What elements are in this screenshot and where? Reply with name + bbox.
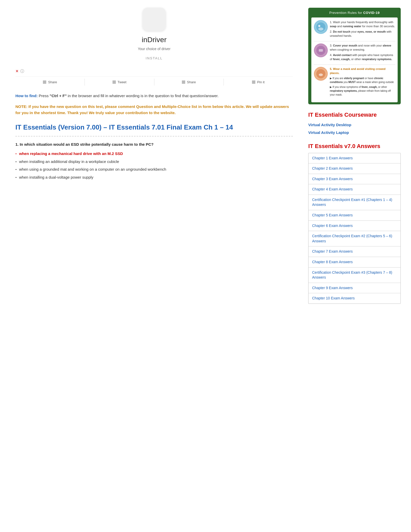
checkpoint-2-link[interactable]: Certification Checkpoint Exam #2 (Chapte… (309, 231, 400, 246)
chapter-4-link[interactable]: Chapter 4 Exam Answers (309, 184, 400, 195)
covid-rule-3: 3. Cover your mouth and nose with your s… (330, 43, 395, 52)
app-card: inDriver Your choice of driver INSTALL (15, 8, 293, 63)
question-1: 1. In which situation would an ESD strik… (15, 142, 293, 148)
svg-point-1 (318, 27, 323, 31)
note-box: NOTE: If you have the new question on th… (15, 104, 293, 116)
covid-title-highlight: COVID-19 (363, 11, 380, 15)
share-label-1: Share (48, 80, 57, 85)
covid-rule-5: 5. Wear a mask and avoid visiting crowed… (330, 67, 395, 75)
covid-rule-1: 1. Wash your hands frequently and thorou… (330, 20, 395, 29)
share-icon-1 (43, 80, 46, 84)
left-column: inDriver Your choice of driver INSTALL ✕… (0, 5, 303, 309)
how-to-find: How to find: Press "Ctrl + F" in the bro… (15, 93, 293, 99)
chapter-10-link[interactable]: Chapter 10 Exam Answers (309, 293, 400, 304)
chapter-1-link[interactable]: Chapter 1 Exam Answers (309, 153, 400, 164)
article-title: IT Essentials (Version 7.00) – IT Essent… (15, 123, 293, 136)
answer-item-3: when using a grounded mat and working on… (15, 167, 293, 172)
covid-card: Prevention Rules for COVID-19 1. Wash yo… (308, 8, 401, 104)
answers-list-1: when replacing a mechanical hard drive w… (15, 151, 293, 180)
app-name: inDriver (142, 34, 166, 45)
tweet-label: Tweet (118, 80, 127, 85)
chapter-list: Chapter 1 Exam Answers Chapter 2 Exam An… (308, 153, 401, 304)
answers-section-title: IT Essentials v7.0 Answers (308, 142, 401, 150)
chapter-9-link[interactable]: Chapter 9 Exam Answers (309, 283, 400, 293)
covid-section-1: 1. Wash your hands frequently and thorou… (314, 20, 395, 41)
covid-image-3 (314, 67, 328, 81)
covid-rule-2: 2. Do not touch your eyes, nose, or mout… (330, 30, 395, 38)
covid-section-2: 3. Cover your mouth and nose with your s… (314, 43, 395, 65)
chapter-5-link[interactable]: Chapter 5 Exam Answers (309, 210, 400, 221)
covid-rule-5b: ▶ If you show symptoms of fever, cough, … (330, 85, 395, 97)
covid-rules-1: 1. Wash your hands frequently and thorou… (330, 20, 395, 39)
covid-image-1 (314, 20, 328, 34)
social-row: Share Tweet Share Pin it (15, 76, 293, 86)
share-label-2: Share (187, 80, 196, 85)
svg-point-6 (319, 74, 323, 76)
tweet-icon (113, 80, 116, 84)
app-icon (143, 8, 166, 31)
covid-rules-2: 3. Cover your mouth and nose with your s… (330, 43, 395, 62)
chapter-7-link[interactable]: Chapter 7 Exam Answers (309, 246, 400, 257)
covid-rule-4: 4. Avoid contact with people who have sy… (330, 53, 395, 61)
answer-item-2: when installing an additional display in… (15, 159, 293, 165)
x-info-row: ✕ ⓘ (15, 68, 293, 74)
checkpoint-1-link[interactable]: Certification Checkpoint Exam #1 (Chapte… (309, 195, 400, 210)
answer-item-correct: when replacing a mechanical hard drive w… (15, 151, 293, 157)
tweet-button[interactable]: Tweet (85, 79, 154, 86)
courseware-section: IT Essentials Courseware Virtual Activit… (308, 111, 401, 136)
share-button-2[interactable]: Share (154, 79, 224, 86)
pin-icon (252, 80, 255, 84)
share-icon-2 (182, 80, 185, 84)
courseware-title: IT Essentials Courseware (308, 111, 401, 119)
checkpoint-3-link[interactable]: Certification Checkpoint Exam #3 (Chapte… (309, 268, 400, 283)
right-column: Prevention Rules for COVID-19 1. Wash yo… (303, 5, 411, 309)
covid-content: 1. Wash your hands frequently and thorou… (311, 17, 398, 102)
answers-section: IT Essentials v7.0 Answers Chapter 1 Exa… (308, 142, 401, 304)
app-tagline: Your choice of driver (138, 46, 170, 52)
how-to-find-text: Press "Ctrl + F" in the browser and fill… (39, 94, 219, 98)
close-icon[interactable]: ✕ (15, 68, 19, 74)
chapter-6-link[interactable]: Chapter 6 Exam Answers (309, 221, 400, 231)
covid-section-3: 5. Wear a mask and avoid visiting crowed… (314, 67, 395, 100)
virtual-activity-desktop-link[interactable]: Virtual Activity Desktop (308, 122, 401, 128)
chapter-2-link[interactable]: Chapter 2 Exam Answers (309, 163, 400, 174)
how-to-find-label: How to find: (15, 94, 38, 98)
covid-rules-3: 5. Wear a mask and avoid visiting crowed… (330, 67, 395, 98)
share-button-1[interactable]: Share (15, 79, 85, 86)
chapter-8-link[interactable]: Chapter 8 Exam Answers (309, 257, 400, 268)
covid-image-2 (314, 43, 328, 57)
pin-label: Pin it (257, 80, 265, 85)
covid-rule-5a: ▶ If you are elderly pregnant or have ch… (330, 76, 395, 84)
answer-item-4: when installing a dual-voltage power sup… (15, 175, 293, 180)
covid-title: Prevention Rules for COVID-19 (311, 10, 398, 15)
info-icon[interactable]: ⓘ (20, 68, 24, 74)
pin-button[interactable]: Pin it (224, 79, 293, 86)
install-button[interactable]: INSTALL (146, 56, 163, 60)
virtual-activity-laptop-link[interactable]: Virtual Activity Laptop (308, 130, 401, 136)
svg-point-2 (318, 25, 320, 27)
chapter-3-link[interactable]: Chapter 3 Exam Answers (309, 174, 400, 185)
svg-rect-4 (319, 49, 323, 52)
